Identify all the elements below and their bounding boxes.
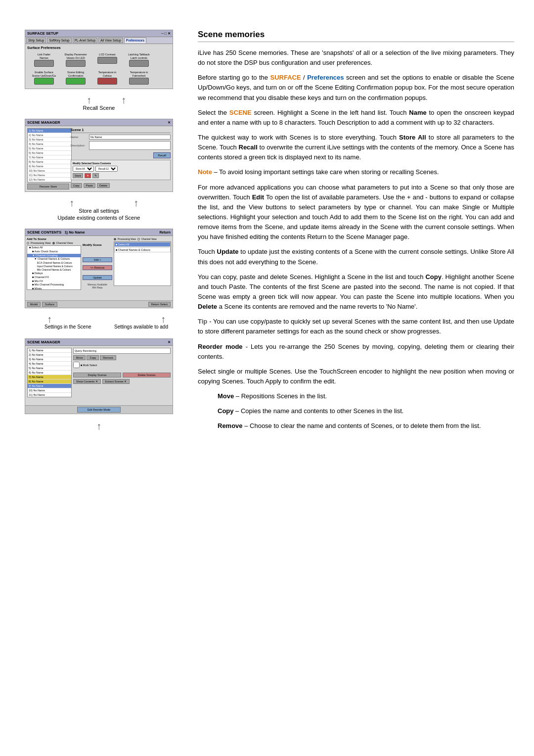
sm-r-item-1: 1) No Name	[28, 348, 71, 353]
scene-contents-bottom-bar: Model Surface Return Select	[25, 300, 173, 308]
sm-remove-btn[interactable]: Remove	[100, 355, 116, 360]
sm-multi-select: ■ Multi Select	[73, 362, 171, 368]
pref-temp-celsius: Temperature inCelsius	[92, 71, 122, 85]
recall-scene-label: Recall Scene	[83, 105, 115, 111]
recover-store-btn[interactable]: Recover Store	[27, 184, 69, 189]
scene-item-6: 6) No Name	[28, 151, 71, 155]
scene-manager-titlebar: SCENE MANAGER ✕	[25, 119, 173, 126]
sm-query-box: Query Reordering	[73, 348, 171, 354]
sc-proc-radio	[114, 238, 116, 240]
edit-bold: Edit	[252, 193, 265, 201]
arrow-recall-2: ↑	[121, 95, 126, 105]
edit-reorder-mode-btn[interactable]: Edit Reorder Mode	[77, 407, 121, 413]
sm-copy-btn[interactable]: Copy	[87, 355, 99, 360]
delete-scene-icon[interactable]: ✕	[85, 173, 91, 178]
delete-btn[interactable]: Delete	[97, 183, 110, 188]
sm-reorder-right: Query Reordering Move Copy Remove ■ Mult…	[73, 348, 171, 403]
pref-scene-editing: Scene EditingConfirmation	[61, 71, 90, 85]
channel-view-label: Channel View	[56, 241, 73, 244]
recall-btn-container: Recall	[71, 152, 171, 158]
para-copy-reorder: Copy – Copies the name and contents to o…	[198, 406, 514, 416]
sc-proc-label: Processing View	[118, 237, 136, 240]
update-contents-label: Update existing contents of Scene	[58, 215, 140, 221]
arrow-store: ↑	[69, 198, 74, 208]
delete-scenes-btn[interactable]: Delete Scenes	[123, 373, 171, 378]
copy-btn[interactable]: Copy	[71, 183, 82, 188]
scene-desc-input[interactable]	[89, 141, 171, 150]
sc-item-channel-names: ■ Channel Names & Colours	[114, 247, 171, 252]
show-contents-btn[interactable]: Show Contents ✕	[73, 379, 101, 384]
para-tip: Tip - You can use copy/paste to quickly …	[198, 317, 514, 336]
para-2: Before starting go to the SURFACE / Pref…	[198, 73, 514, 102]
surface-setup-screenshot: SURFACE SETUP ─ □ ✕ Strip Setup SoftKey …	[25, 30, 173, 89]
model-btn[interactable]: Model	[27, 302, 41, 307]
modify-buttons: Store All Recall 12	[73, 166, 169, 172]
return-select-btn[interactable]: Return Select	[148, 302, 171, 307]
page-title: Scene memories	[198, 30, 514, 42]
sm-r-item-3: 3) No Name	[28, 357, 71, 362]
remove-bold: Remove	[218, 422, 243, 429]
para-4: The quickest way to work with Scenes is …	[198, 133, 514, 162]
copy-paste-btns: Copy Paste Delete	[71, 183, 171, 188]
add-arrow-btn[interactable]: Add >	[83, 257, 112, 262]
sm-r-item-4: 4) No Name	[28, 362, 71, 366]
surface-pref-groups-2: Enable SurfaceScene Up/Down/Go Scene Edi…	[27, 69, 171, 87]
pref-link-fader: Link FaderNames	[29, 53, 59, 67]
tree-select-all: ■ Select All	[27, 246, 81, 250]
scene-item-5: 5) No Name	[28, 146, 71, 151]
pref-temp-fahrenheit: Temperature inFahrenheit	[124, 71, 154, 85]
remove-arrow-btn[interactable]: << Remove	[83, 265, 112, 270]
sc-chan-radio	[137, 238, 140, 240]
tree-channel-names: ▼ Channel Names & Colours	[27, 257, 81, 261]
edit-reorder-bar: Edit Reorder Mode	[25, 405, 173, 414]
recall-button[interactable]: Recall	[153, 152, 171, 158]
extract-scenes-btn[interactable]: Extract Scenes ✕	[102, 379, 130, 384]
scene-right-panel: Scene 1 Name: No Name Description: Recal…	[71, 128, 171, 189]
tree-mixes: ■ Mixes	[27, 287, 81, 290]
sm-r-item-8: 8) No Name	[28, 379, 71, 384]
para-3: Select the SCENE screen. Highlight a Sce…	[198, 108, 514, 128]
tab-allview-setup[interactable]: All View Setup	[98, 38, 123, 43]
recall-dropdown[interactable]: Recall 12	[95, 166, 118, 172]
tree-eca: ECA Channel Names & Colours	[27, 261, 81, 265]
window-controls: ─ □ ✕	[161, 32, 171, 36]
tab-preferences[interactable]: Preferences	[124, 38, 146, 43]
arrow-reorder: ↑	[96, 421, 101, 431]
paste-btn[interactable]: Paste	[84, 183, 95, 188]
sm-reorder-titlebar: SCENE MANAGER ✕	[25, 339, 173, 346]
scene-manager-title: SCENE MANAGER	[27, 120, 60, 125]
edit-btn[interactable]: ✎	[92, 173, 99, 178]
display-scenes-btn[interactable]: Display Scenes	[73, 373, 121, 378]
scene-list-box: 1) No Name 2) No Name 3) No Name 4) No N…	[27, 128, 72, 183]
update-btn[interactable]: Update	[83, 275, 112, 280]
store-all-dropdown[interactable]: Store All	[73, 166, 94, 172]
sm-multi-checkbox[interactable]	[73, 362, 80, 368]
sm-r-item-10: 10) No Name	[28, 388, 71, 393]
para-remove: Remove – Choose to clear the name and co…	[198, 421, 514, 431]
arrow-settings-avail: ↑	[161, 314, 166, 324]
tab-softkey-setup[interactable]: SoftKey Setup	[47, 38, 72, 43]
sm-display-delete-btns: Display Scenes Delete Scenes	[73, 373, 171, 378]
update-bold: Update	[217, 248, 239, 255]
add-to-scene-label: Add To Scene	[27, 237, 81, 240]
scene-desc-row: Description:	[71, 141, 171, 150]
surface-btn[interactable]: Surface	[42, 302, 57, 307]
sm-bottom-btns-area: Display Scenes Delete Scenes Show Conten…	[73, 373, 171, 384]
tab-strip-setup[interactable]: Strip Setup	[26, 38, 46, 43]
scene-item-11: 11) No Name	[28, 173, 71, 178]
tab-planet-setup[interactable]: PL-Anet Setup	[73, 38, 97, 43]
scene-item-3: 3) No Name	[28, 138, 71, 142]
scene-item-4: 4) No Name	[28, 142, 71, 146]
sm-move-btn[interactable]: Move	[73, 355, 86, 360]
sc-chan-label: Channel View	[141, 237, 157, 240]
sm-r-item-2: 2) No Name	[28, 353, 71, 357]
scene-item-10: 10) No Name	[28, 169, 71, 173]
sm-r-item-7: 7) No Name	[28, 375, 71, 379]
scene-name-input[interactable]: No Name	[89, 135, 171, 140]
recall-bold: Recall	[239, 143, 258, 151]
surface-highlight: SURFACE	[270, 74, 301, 81]
copy-bold: Copy	[425, 273, 442, 281]
modify-selected-area: Modify Selected Scene Contents Store All…	[71, 160, 171, 180]
store-btn[interactable]: Store	[73, 173, 83, 178]
name-bold: Name	[409, 109, 426, 116]
